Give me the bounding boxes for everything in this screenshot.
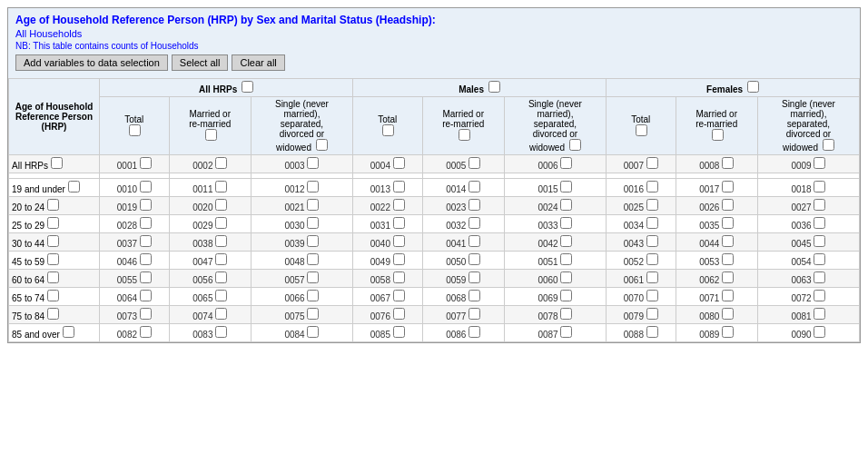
- cell-checkbox[interactable]: [307, 235, 319, 247]
- cell-checkbox[interactable]: [814, 217, 825, 229]
- cell-checkbox[interactable]: [646, 199, 658, 211]
- cell-checkbox[interactable]: [140, 181, 152, 193]
- cell-checkbox[interactable]: [393, 217, 405, 229]
- males-single-cb[interactable]: [569, 139, 581, 151]
- cell-checkbox[interactable]: [646, 290, 658, 301]
- allhrps-married-cb[interactable]: [205, 129, 217, 141]
- cell-checkbox[interactable]: [469, 253, 480, 265]
- females-group-checkbox[interactable]: [747, 81, 759, 93]
- cell-checkbox[interactable]: [560, 326, 572, 338]
- age-row-checkbox[interactable]: [47, 308, 59, 320]
- age-row-checkbox[interactable]: [47, 199, 59, 211]
- cell-checkbox[interactable]: [393, 271, 405, 283]
- clear-all-button[interactable]: Clear all: [232, 54, 284, 71]
- cell-checkbox[interactable]: [307, 217, 319, 229]
- age-row-checkbox[interactable]: [47, 290, 59, 301]
- cell-checkbox[interactable]: [140, 157, 152, 169]
- allhrps-single-cb[interactable]: [316, 139, 328, 151]
- cell-checkbox[interactable]: [215, 308, 227, 320]
- cell-checkbox[interactable]: [722, 326, 734, 338]
- cell-checkbox[interactable]: [722, 290, 734, 301]
- cell-checkbox[interactable]: [307, 326, 319, 338]
- cell-checkbox[interactable]: [393, 235, 405, 247]
- cell-checkbox[interactable]: [722, 181, 734, 193]
- cell-checkbox[interactable]: [215, 235, 227, 247]
- cell-checkbox[interactable]: [307, 199, 319, 211]
- cell-checkbox[interactable]: [140, 308, 152, 320]
- cell-checkbox[interactable]: [814, 271, 825, 283]
- cell-checkbox[interactable]: [646, 157, 658, 169]
- cell-checkbox[interactable]: [307, 271, 319, 283]
- cell-checkbox[interactable]: [814, 308, 825, 320]
- cell-checkbox[interactable]: [469, 157, 480, 169]
- cell-checkbox[interactable]: [393, 181, 405, 193]
- cell-checkbox[interactable]: [469, 308, 480, 320]
- cell-checkbox[interactable]: [814, 326, 825, 338]
- cell-checkbox[interactable]: [560, 271, 572, 283]
- cell-checkbox[interactable]: [560, 308, 572, 320]
- cell-checkbox[interactable]: [307, 253, 319, 265]
- age-row-checkbox[interactable]: [47, 253, 59, 265]
- cell-checkbox[interactable]: [722, 235, 734, 247]
- age-row-checkbox[interactable]: [51, 157, 63, 169]
- cell-checkbox[interactable]: [140, 271, 152, 283]
- cell-checkbox[interactable]: [393, 308, 405, 320]
- subtitle-link[interactable]: All Households: [15, 28, 853, 39]
- cell-checkbox[interactable]: [646, 217, 658, 229]
- cell-checkbox[interactable]: [722, 217, 734, 229]
- age-row-checkbox[interactable]: [68, 181, 80, 193]
- females-single-cb[interactable]: [823, 139, 834, 151]
- cell-checkbox[interactable]: [140, 199, 152, 211]
- cell-checkbox[interactable]: [393, 290, 405, 301]
- cell-checkbox[interactable]: [722, 271, 734, 283]
- allhrps-total-cb[interactable]: [129, 124, 141, 136]
- cell-checkbox[interactable]: [722, 308, 734, 320]
- cell-checkbox[interactable]: [307, 181, 319, 193]
- cell-checkbox[interactable]: [814, 290, 825, 301]
- cell-checkbox[interactable]: [722, 157, 734, 169]
- age-row-checkbox[interactable]: [47, 271, 59, 283]
- cell-checkbox[interactable]: [393, 326, 405, 338]
- age-row-checkbox[interactable]: [47, 235, 59, 247]
- cell-checkbox[interactable]: [215, 217, 227, 229]
- cell-checkbox[interactable]: [560, 217, 572, 229]
- cell-checkbox[interactable]: [469, 217, 480, 229]
- cell-checkbox[interactable]: [215, 157, 227, 169]
- cell-checkbox[interactable]: [560, 157, 572, 169]
- cell-checkbox[interactable]: [393, 253, 405, 265]
- cell-checkbox[interactable]: [646, 271, 658, 283]
- cell-checkbox[interactable]: [215, 290, 227, 301]
- cell-checkbox[interactable]: [646, 253, 658, 265]
- cell-checkbox[interactable]: [393, 199, 405, 211]
- cell-checkbox[interactable]: [140, 217, 152, 229]
- cell-checkbox[interactable]: [469, 181, 480, 193]
- cell-checkbox[interactable]: [814, 157, 825, 169]
- age-row-checkbox[interactable]: [63, 326, 74, 338]
- cell-checkbox[interactable]: [814, 235, 825, 247]
- cell-checkbox[interactable]: [560, 199, 572, 211]
- cell-checkbox[interactable]: [814, 181, 825, 193]
- cell-checkbox[interactable]: [469, 199, 480, 211]
- age-row-checkbox[interactable]: [47, 217, 59, 229]
- cell-checkbox[interactable]: [722, 199, 734, 211]
- cell-checkbox[interactable]: [215, 326, 227, 338]
- cell-checkbox[interactable]: [469, 290, 480, 301]
- select-all-button[interactable]: Select all: [172, 54, 229, 71]
- cell-checkbox[interactable]: [646, 308, 658, 320]
- cell-checkbox[interactable]: [814, 253, 825, 265]
- cell-checkbox[interactable]: [722, 253, 734, 265]
- cell-checkbox[interactable]: [560, 235, 572, 247]
- cell-checkbox[interactable]: [215, 199, 227, 211]
- cell-checkbox[interactable]: [140, 253, 152, 265]
- cell-checkbox[interactable]: [560, 253, 572, 265]
- cell-checkbox[interactable]: [560, 181, 572, 193]
- cell-checkbox[interactable]: [215, 271, 227, 283]
- cell-checkbox[interactable]: [560, 290, 572, 301]
- cell-checkbox[interactable]: [140, 235, 152, 247]
- cell-checkbox[interactable]: [646, 326, 658, 338]
- females-married-cb[interactable]: [712, 129, 724, 141]
- cell-checkbox[interactable]: [215, 181, 227, 193]
- cell-checkbox[interactable]: [469, 235, 480, 247]
- males-married-cb[interactable]: [459, 129, 470, 141]
- cell-checkbox[interactable]: [814, 199, 825, 211]
